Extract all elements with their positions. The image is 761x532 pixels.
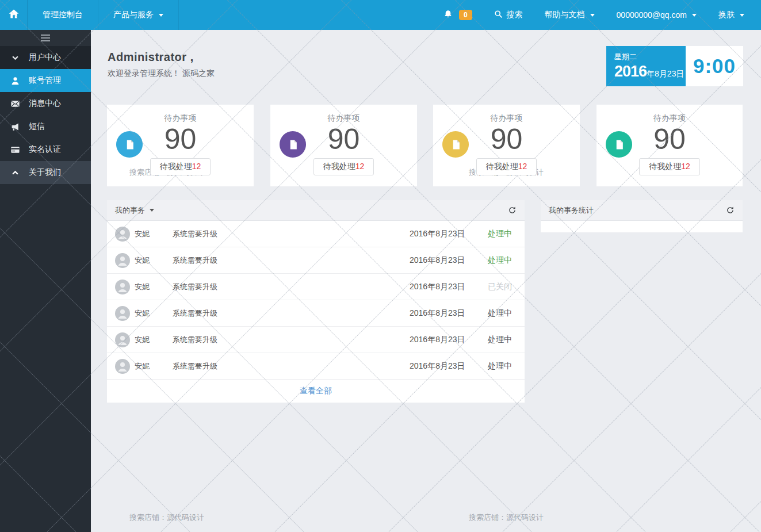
home-icon [8, 8, 20, 22]
task-date: 2016年8月23日 [410, 361, 488, 372]
file-icon [442, 131, 469, 158]
avatar [115, 306, 130, 321]
task-description: 系统需要升级 [173, 335, 410, 345]
task-description: 系统需要升级 [173, 255, 410, 266]
search-button[interactable]: 搜索 [483, 0, 534, 30]
account-menu[interactable]: 00000000@qq.com [606, 0, 708, 30]
nav-products-services[interactable]: 产品与服务 [98, 0, 179, 30]
view-all-row: 查看全部 [107, 380, 525, 403]
task-user-name: 安妮 [135, 282, 161, 292]
pending-count: 12 [355, 162, 365, 171]
sidebar-item-user-center[interactable]: 用户中心 [0, 46, 91, 69]
bell-icon [443, 10, 453, 21]
pending-for-me-button[interactable]: 待我处理12 [476, 158, 537, 175]
stat-card-title: 待办事项 [433, 113, 580, 124]
task-description: 系统需要升级 [173, 361, 410, 372]
task-date: 2016年8月23日 [410, 282, 488, 292]
table-row[interactable]: 安妮系统需要升级2016年8月23日处理中 [107, 327, 525, 353]
date-rest: 年8月23日 [647, 69, 684, 78]
search-icon [494, 10, 503, 20]
sidebar: 用户中心 账号管理 消息中心 短信 实名认证 [0, 30, 91, 532]
watermark-text: 搜索店铺：源代码设计 [129, 512, 204, 523]
chevron-down-icon [590, 14, 595, 17]
table-row[interactable]: 安妮系统需要升级2016年8月23日处理中 [107, 247, 525, 274]
chevron-down-icon [150, 209, 154, 212]
nav-console[interactable]: 管理控制台 [28, 0, 98, 30]
avatar [115, 253, 130, 268]
welcome-message: 欢迎登录管理系统！ 源码之家 [108, 68, 215, 79]
pending-for-me-button[interactable]: 待我处理12 [150, 158, 211, 175]
stat-card-todo-3: 待办事项 90 待我处理12 [433, 105, 580, 186]
refresh-button[interactable] [508, 206, 517, 215]
skin-menu[interactable]: 换肤 [708, 0, 755, 30]
date-box: 星期二 2016年8月23日 [606, 46, 686, 86]
pending-count: 12 [518, 162, 527, 171]
id-card-icon [10, 145, 20, 155]
pending-count: 12 [681, 162, 690, 171]
sidebar-item-real-name-verification[interactable]: 实名认证 [0, 138, 91, 161]
my-task-stats-body [541, 221, 743, 232]
task-description: 系统需要升级 [173, 308, 410, 319]
file-icon [280, 131, 306, 158]
table-row[interactable]: 安妮系统需要升级2016年8月23日处理中 [107, 221, 525, 247]
nav-right-group: 0 搜索 帮助与文档 00000000@qq.com 换肤 [433, 0, 761, 30]
stat-card-title: 待办事项 [270, 113, 417, 124]
my-tasks-header: 我的事务 [107, 200, 525, 221]
task-user-name: 安妮 [135, 308, 161, 319]
sidebar-item-message-center[interactable]: 消息中心 [0, 92, 91, 115]
table-row[interactable]: 安妮系统需要升级2016年8月23日处理中 [107, 300, 525, 327]
pending-count: 12 [192, 162, 201, 171]
stat-card-todo-2: 待办事项 90 待我处理12 [270, 105, 417, 186]
task-date: 2016年8月23日 [410, 255, 488, 266]
task-status: 处理中 [488, 229, 517, 239]
datetime-widget: 星期二 2016年8月23日 9:00 [606, 46, 743, 86]
date-year: 2016 [614, 63, 647, 80]
chevron-down-icon [159, 14, 163, 17]
pending-for-me-button[interactable]: 待我处理12 [313, 158, 374, 175]
refresh-button[interactable] [726, 206, 735, 215]
hamburger-icon [41, 35, 50, 41]
my-tasks-title-dropdown[interactable]: 我的事务 [115, 205, 154, 216]
sidebar-item-about-us[interactable]: 关于我们 [0, 161, 91, 184]
stat-card-todo-4: 待办事项 90 待我处理12 [596, 105, 743, 186]
help-docs-menu[interactable]: 帮助与文档 [534, 0, 606, 30]
avatar [115, 359, 130, 374]
avatar [115, 280, 130, 294]
task-date: 2016年8月23日 [410, 335, 488, 345]
task-list: 安妮系统需要升级2016年8月23日处理中安妮系统需要升级2016年8月23日处… [107, 221, 525, 380]
task-description: 系统需要升级 [173, 282, 410, 292]
table-row[interactable]: 安妮系统需要升级2016年8月23日已关闭 [107, 274, 525, 300]
stat-card-title: 待办事项 [107, 113, 254, 124]
welcome-block: Administrator , 欢迎登录管理系统！ 源码之家 [108, 51, 215, 79]
sidebar-item-account-management[interactable]: 账号管理 [0, 69, 91, 92]
task-user-name: 安妮 [135, 361, 161, 372]
task-user-name: 安妮 [135, 229, 161, 239]
pending-for-me-button[interactable]: 待我处理12 [639, 158, 700, 175]
user-icon [10, 76, 20, 86]
sidebar-item-sms[interactable]: 短信 [0, 115, 91, 138]
clock-time: 9:00 [686, 46, 743, 86]
my-task-stats-header: 我的事务统计 [541, 200, 743, 221]
stat-card-todo-1: 待办事项 90 待我处理12 [107, 105, 254, 186]
sidebar-collapse-button[interactable] [0, 30, 91, 46]
task-date: 2016年8月23日 [410, 229, 488, 239]
watermark-text: 搜索店铺：源代码设计 [469, 512, 544, 523]
megaphone-icon [10, 122, 20, 132]
table-row[interactable]: 安妮系统需要升级2016年8月23日处理中 [107, 353, 525, 380]
avatar [115, 332, 130, 347]
top-navbar: 管理控制台 产品与服务 0 搜索 帮助与文档 [0, 0, 761, 30]
envelope-icon [10, 99, 20, 109]
my-tasks-panel: 我的事务 安妮系统需要升级2016年8月23日处理中安妮系统需要升级2016年8… [107, 200, 525, 403]
notification-badge: 0 [459, 10, 472, 20]
notifications-button[interactable]: 0 [433, 0, 483, 30]
task-status: 已关闭 [488, 282, 517, 292]
stat-card-title: 待办事项 [596, 113, 743, 124]
chevron-down-icon [10, 54, 20, 62]
task-user-name: 安妮 [135, 255, 161, 266]
task-user-name: 安妮 [135, 335, 161, 345]
file-icon [116, 131, 143, 158]
view-all-link[interactable]: 查看全部 [300, 386, 332, 396]
home-button[interactable] [0, 0, 28, 30]
chevron-up-icon [10, 169, 20, 177]
chevron-down-icon [740, 14, 744, 17]
